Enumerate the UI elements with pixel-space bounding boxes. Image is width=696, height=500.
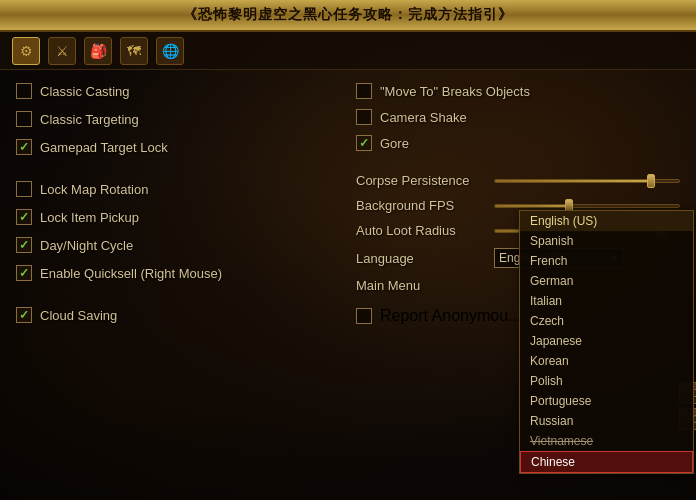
move-to-breaks-row: "Move To" Breaks Objects — [352, 80, 684, 102]
lock-item-pickup-label: Lock Item Pickup — [40, 210, 139, 225]
lang-option-de[interactable]: German — [520, 271, 693, 291]
cloud-saving-checkbox[interactable] — [16, 307, 32, 323]
lock-map-rotation-checkbox[interactable] — [16, 181, 32, 197]
camera-shake-checkbox[interactable] — [356, 109, 372, 125]
camera-shake-label: Camera Shake — [380, 110, 467, 125]
classic-targeting-row: Classic Targeting — [12, 108, 344, 130]
lang-option-es[interactable]: Spanish — [520, 231, 693, 251]
cloud-saving-row: Cloud Saving — [12, 304, 344, 326]
move-to-breaks-checkbox[interactable] — [356, 83, 372, 99]
enable-quicksell-checkbox[interactable] — [16, 265, 32, 281]
classic-targeting-checkbox[interactable] — [16, 111, 32, 127]
day-night-cycle-checkbox[interactable] — [16, 237, 32, 253]
cloud-saving-label: Cloud Saving — [40, 308, 117, 323]
left-panel: Classic Casting Classic Targeting Gamepa… — [12, 80, 344, 490]
lock-item-pickup-row: Lock Item Pickup — [12, 206, 344, 228]
corpse-persistence-track[interactable] — [494, 179, 680, 183]
lang-option-ru[interactable]: Russian — [520, 411, 693, 431]
gore-label: Gore — [380, 136, 409, 151]
lock-map-rotation-label: Lock Map Rotation — [40, 182, 148, 197]
gamepad-target-lock-checkbox[interactable] — [16, 139, 32, 155]
camera-shake-row: Camera Shake — [352, 106, 684, 128]
gear-icon-btn[interactable]: ⚙ — [12, 37, 40, 65]
gore-row: Gore — [352, 132, 684, 154]
classic-targeting-label: Classic Targeting — [40, 112, 139, 127]
bag-icon-btn[interactable]: 🎒 — [84, 37, 112, 65]
corpse-persistence-label: Corpse Persistence — [356, 173, 486, 188]
main-menu-label: Main Menu — [356, 278, 486, 293]
lang-option-it[interactable]: Italian — [520, 291, 693, 311]
gore-checkbox[interactable] — [356, 135, 372, 151]
lang-option-fr[interactable]: French — [520, 251, 693, 271]
report-anonymous-checkbox[interactable] — [356, 308, 372, 324]
lang-option-ja[interactable]: Japanese — [520, 331, 693, 351]
sword-icon-btn[interactable]: ⚔ — [48, 37, 76, 65]
main-content: Classic Casting Classic Targeting Gamepa… — [0, 70, 696, 500]
corpse-persistence-fill — [495, 180, 651, 182]
background-fps-fill — [495, 205, 569, 207]
background-fps-label: Background FPS — [356, 198, 486, 213]
corpse-persistence-thumb[interactable] — [647, 174, 655, 188]
lock-map-rotation-row: Lock Map Rotation — [12, 178, 344, 200]
classic-casting-row: Classic Casting — [12, 80, 344, 102]
lang-option-cs[interactable]: Czech — [520, 311, 693, 331]
lang-option-ko[interactable]: Korean — [520, 351, 693, 371]
language-label: Language — [356, 251, 486, 266]
globe-icon-btn[interactable]: 🌐 — [156, 37, 184, 65]
lang-option-pt[interactable]: Portuguese — [520, 391, 693, 411]
title-bar: 《恐怖黎明虚空之黑心任务攻略：完成方法指引》 — [0, 0, 696, 32]
lang-option-zh[interactable]: Chinese — [520, 451, 693, 473]
language-dropdown: English (US) Spanish French German Itali… — [519, 210, 694, 474]
lang-option-en-us[interactable]: English (US) — [520, 211, 693, 231]
icon-bar: ⚙ ⚔ 🎒 🗺 🌐 — [0, 32, 696, 70]
right-panel: "Move To" Breaks Objects Camera Shake Go… — [352, 80, 684, 490]
auto-loot-radius-label: Auto Loot Radius — [356, 223, 486, 238]
gamepad-target-lock-label: Gamepad Target Lock — [40, 140, 168, 155]
lock-item-pickup-checkbox[interactable] — [16, 209, 32, 225]
enable-quicksell-label: Enable Quicksell (Right Mouse) — [40, 266, 222, 281]
corpse-persistence-row: Corpse Persistence — [352, 170, 684, 191]
title-text: 《恐怖黎明虚空之黑心任务攻略：完成方法指引》 — [183, 6, 513, 24]
vietnamese-text: Vietnamese — [530, 434, 593, 448]
background-fps-track[interactable] — [494, 204, 680, 208]
day-night-cycle-row: Day/Night Cycle — [12, 234, 344, 256]
day-night-cycle-label: Day/Night Cycle — [40, 238, 133, 253]
enable-quicksell-row: Enable Quicksell (Right Mouse) — [12, 262, 344, 284]
lang-option-pl[interactable]: Polish — [520, 371, 693, 391]
report-anonymous-label: Report Anonymou... — [380, 307, 521, 325]
move-to-breaks-label: "Move To" Breaks Objects — [380, 84, 530, 99]
classic-casting-checkbox[interactable] — [16, 83, 32, 99]
lang-option-vi[interactable]: Vietnamese — [520, 431, 693, 451]
classic-casting-label: Classic Casting — [40, 84, 130, 99]
map-icon-btn[interactable]: 🗺 — [120, 37, 148, 65]
gamepad-target-lock-row: Gamepad Target Lock — [12, 136, 344, 158]
